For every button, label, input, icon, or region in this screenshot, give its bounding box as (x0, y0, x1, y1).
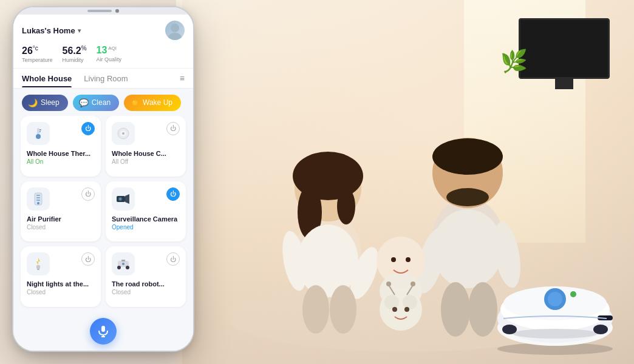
thermostat-toggle[interactable]: ⏻ (81, 122, 95, 135)
wakeup-scene-button[interactable]: ☀️ Wake Up (124, 95, 181, 111)
microphone-icon (97, 325, 109, 337)
humidity-stat: 56.2% Humidity (63, 45, 87, 63)
road-robot-toggle[interactable]: ⏻ (166, 252, 180, 266)
aqi-label: Air Quality (97, 56, 122, 62)
aqi-value: 13 AQI (97, 45, 122, 56)
svg-rect-56 (36, 197, 40, 198)
device-card-header: ⏻ (27, 122, 95, 145)
menu-icon[interactable]: ≡ (180, 69, 185, 88)
chevron-down-icon: ▾ (78, 27, 81, 34)
thermostat-svg (31, 126, 46, 141)
svg-point-45 (171, 24, 179, 32)
thermostat-status: All On (27, 158, 95, 165)
clean-icon: 💬 (79, 98, 89, 107)
clean-label: Clean (92, 98, 111, 107)
phone-camera (115, 9, 119, 13)
device-card-header-2: ⏻ (112, 122, 180, 145)
temp-value: 26°c (22, 45, 53, 56)
phone-top-bar (13, 7, 193, 15)
night-light-name: Night lights at the... (27, 280, 94, 288)
svg-marker-60 (125, 194, 129, 204)
svg-point-69 (122, 263, 124, 265)
camera-name: Surveillance Camera (112, 215, 179, 223)
sleep-icon: 🌙 (28, 98, 38, 107)
home-name-text: Lukas's Home (22, 26, 75, 35)
device-card-header-5: ⏻ (27, 252, 95, 275)
air-purifier-svg (32, 192, 45, 206)
voice-control-button[interactable] (90, 318, 117, 345)
phone-frame: Lukas's Home ▾ 26°c (12, 6, 194, 352)
tabs-row: Whole House Living Room ≡ (13, 69, 193, 89)
night-light-toggle[interactable]: ⏻ (81, 252, 95, 266)
air-purifier-toggle[interactable]: ⏻ (81, 187, 95, 201)
humidity-label: Humidity (63, 57, 87, 63)
road-robot-name: The road robot... (112, 280, 179, 288)
robot-vacuum (491, 264, 619, 355)
temperature-stat: 26°c Temperature (22, 45, 53, 63)
tv-decoration (519, 18, 610, 79)
svg-rect-63 (36, 265, 40, 269)
night-light-icon (27, 252, 50, 275)
svg-rect-70 (101, 326, 105, 332)
air-purifier-icon (27, 187, 50, 211)
camera-icon (112, 187, 135, 211)
user-avatar[interactable] (165, 21, 185, 40)
robot-cleaner-svg (116, 126, 131, 141)
temp-label: Temperature (22, 57, 53, 63)
humidity-value: 56.2% (63, 45, 87, 56)
svg-point-53 (122, 132, 124, 135)
svg-point-62 (120, 198, 121, 200)
header-top: Lukas's Home ▾ (22, 21, 185, 40)
plant-decoration: 🌿 (500, 49, 525, 74)
svg-point-43 (502, 325, 517, 334)
camera-svg (116, 193, 131, 205)
scenes-row: 🌙 Sleep 💬 Clean ☀️ Wake Up (13, 89, 193, 116)
night-light-svg (32, 257, 44, 271)
device-card-camera[interactable]: ⏻ Surveillance Camera Opened (106, 181, 186, 242)
device-card-whole-house-c[interactable]: ⏻ Whole House C... All Off (106, 116, 186, 177)
device-card-header-3: ⏻ (27, 187, 95, 211)
night-light-status: Closed (27, 289, 95, 295)
aqi-stat: 13 AQI Air Quality (97, 45, 122, 63)
camera-status: Opened (112, 224, 180, 231)
air-purifier-name: Air Purifier (27, 215, 94, 223)
app-header: Lukas's Home ▾ 26°c (13, 15, 193, 69)
svg-point-58 (37, 202, 39, 204)
svg-rect-55 (36, 195, 40, 196)
device-card-header-6: ⏻ (112, 252, 180, 275)
device-card-air-purifier[interactable]: ⏻ Air Purifier Closed (21, 181, 101, 242)
road-robot-svg (116, 258, 131, 269)
device-card-road-robot[interactable]: ⏻ The road robot... Closed (106, 246, 186, 307)
svg-point-46 (168, 33, 182, 40)
tab-living-room[interactable]: Living Room (84, 69, 128, 87)
clean-scene-button[interactable]: 💬 Clean (73, 95, 119, 111)
svg-rect-57 (36, 200, 40, 201)
device-card-thermostat[interactable]: ⏻ Whole House Ther... All On (21, 116, 101, 177)
whole-house-c-status: All Off (112, 158, 180, 165)
svg-point-42 (513, 329, 598, 339)
whole-house-c-toggle[interactable]: ⏻ (166, 122, 180, 135)
camera-toggle[interactable]: ⏻ (166, 187, 180, 201)
svg-rect-64 (37, 269, 39, 270)
air-purifier-status: Closed (27, 224, 95, 231)
stats-row: 26°c Temperature 56.2% Humidity 13 AQI (22, 45, 185, 63)
wakeup-label: Wake Up (143, 98, 172, 107)
device-card-night-light[interactable]: ⏻ Night lights at the... Closed (21, 246, 101, 307)
svg-point-44 (593, 325, 608, 334)
sleep-scene-button[interactable]: 🌙 Sleep (22, 95, 68, 111)
voice-btn-wrap (13, 313, 193, 351)
sleep-label: Sleep (41, 98, 60, 107)
svg-point-39 (548, 292, 562, 306)
home-title[interactable]: Lukas's Home ▾ (22, 26, 81, 35)
whole-house-c-icon (112, 122, 135, 145)
app-content: Lukas's Home ▾ 26°c (13, 15, 193, 351)
svg-point-67 (126, 266, 129, 269)
tab-whole-house[interactable]: Whole House (22, 69, 72, 87)
svg-point-66 (117, 266, 121, 269)
road-robot-status: Closed (112, 289, 180, 295)
phone-wrapper: Lukas's Home ▾ 26°c (12, 6, 200, 355)
wakeup-icon: ☀️ (130, 98, 140, 107)
whole-house-c-name: Whole House C... (112, 150, 179, 157)
phone-speaker (87, 10, 112, 12)
thermostat-icon (27, 122, 50, 145)
